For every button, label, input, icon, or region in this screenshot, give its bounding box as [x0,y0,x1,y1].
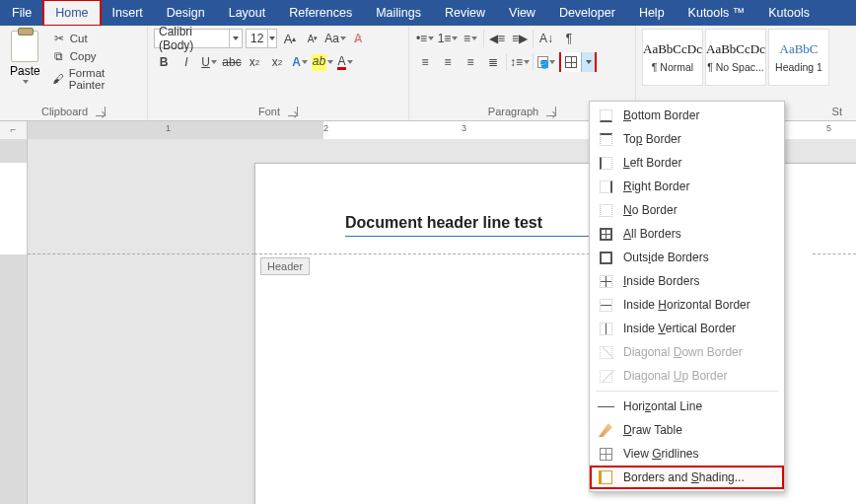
top-icon [598,131,613,147]
group-font: Calibri (Body) 12 A▴ A▾ Aa A̷ B I U abc … [148,26,409,120]
menu-item-no-border[interactable]: No Border [590,198,784,222]
bullets-button[interactable]: •≡ [415,29,435,48]
menu-item-right-border[interactable]: Right Border [590,175,784,198]
align-center-button[interactable]: ≡ [438,52,458,72]
group-label-clipboard: Clipboard [41,106,88,117]
menu-item-all-borders[interactable]: All Borders [590,222,784,246]
grow-font-button[interactable]: A▴ [280,29,300,48]
menu-item-draw-table[interactable]: Draw Table [590,418,784,442]
subscript-button[interactable]: x2 [245,52,264,72]
bold-button[interactable]: B [154,52,174,72]
superscript-button[interactable]: x2 [267,52,287,72]
font-size-combo[interactable]: 12 [246,29,277,48]
menu-item-label: Top Border [623,132,681,146]
menu-tab-developer[interactable]: Developer [547,0,627,26]
copy-icon: ⧉ [52,49,66,63]
show-marks-button[interactable]: ¶ [559,29,579,48]
document-header-underline [345,236,602,237]
shrink-font-button[interactable]: A▾ [303,29,322,48]
menu-item-label: Inside Horizontal Border [623,298,750,312]
borders-split-button[interactable] [559,52,597,72]
menu-item-top-border[interactable]: Top Border [590,127,784,151]
menu-item-borders-and-shading[interactable]: Borders and Shading... [590,466,784,489]
outside-icon [598,250,613,265]
group-label-font: Font [258,106,280,117]
paste-icon [11,31,38,62]
menu-tab-help[interactable]: Help [627,0,677,26]
cut-label: Cut [70,33,88,44]
paragraph-dialog-launcher[interactable] [546,107,556,116]
justify-button[interactable]: ≣ [483,52,503,72]
clipboard-dialog-launcher[interactable] [96,107,106,116]
menu-tab-file[interactable]: File [0,0,43,26]
menu-item-outside-borders[interactable]: Outside Borders [590,246,784,269]
header-separator [254,253,619,254]
underline-button[interactable]: U [199,52,219,72]
clear-formatting-button[interactable]: A̷ [348,29,368,48]
menu-tab-layout[interactable]: Layout [217,0,278,26]
menu-item-left-border[interactable]: Left Border [590,151,784,175]
menu-item-view-gridlines[interactable]: View Gridlines [590,442,784,466]
diag-d-icon [598,344,613,360]
menu-tab-view[interactable]: View [497,0,547,26]
bottom-icon [598,108,613,123]
sort-button[interactable]: A↓ [536,29,556,48]
line-spacing-button[interactable]: ↕≡ [510,52,530,72]
menu-tab-mailings[interactable]: Mailings [364,0,433,26]
paste-button[interactable]: Paste [6,29,44,86]
format-painter-icon: 🖌 [52,72,65,86]
text-effects-button[interactable]: A [290,52,310,72]
menu-tab-design[interactable]: Design [155,0,217,26]
bs-icon [598,469,613,485]
increase-indent-button[interactable]: ≡▶ [510,29,530,48]
menu-item-label: Horizontal Line [623,399,702,413]
inv-icon [598,321,613,336]
menu-item-label: All Borders [623,227,681,241]
font-dialog-launcher[interactable] [288,107,298,116]
draw-icon [598,422,613,438]
italic-button[interactable]: I [177,52,196,72]
style-normal[interactable]: AaBbCcDc¶ Normal [642,29,703,86]
menu-tab-home[interactable]: Home [43,0,100,26]
copy-button[interactable]: ⧉ Copy [50,48,141,64]
decrease-indent-button[interactable]: ◀≡ [487,29,507,48]
menu-item-label: View Gridlines [623,447,699,461]
menu-item-inside-vertical-border[interactable]: Inside Vertical Border [590,317,784,340]
menu-item-horizontal-line[interactable]: Horizontal Line [590,395,784,418]
change-case-button[interactable]: Aa [325,29,345,48]
menu-tab-review[interactable]: Review [433,0,497,26]
document-header-text[interactable]: Document header line test [345,214,542,232]
menu-tab-kutools[interactable]: Kutools ™ [677,0,757,26]
menu-bar: FileHomeInsertDesignLayoutReferencesMail… [0,0,856,26]
ruler-mark: 5 [826,123,831,133]
header-tag[interactable]: Header [260,257,310,275]
menu-item-label: Borders and Shading... [623,470,745,484]
menu-item-label: Left Border [623,156,681,170]
style-nospac[interactable]: AaBbCcDc¶ No Spac... [705,29,766,86]
highlight-button[interactable]: ab [313,52,332,72]
numbering-button[interactable]: 1≡ [438,29,458,48]
strikethrough-button[interactable]: abc [222,52,242,72]
menu-item-inside-borders[interactable]: Inside Borders [590,269,784,293]
ruler-corner: ⌐ [0,121,28,139]
menu-tab-kutools[interactable]: Kutools [756,0,821,26]
shading-button[interactable]: 🪣 [536,52,556,72]
borders-icon [561,52,581,72]
cut-button[interactable]: ✂ Cut [50,31,141,46]
font-size-value: 12 [247,32,267,45]
style-heading1[interactable]: AaBbCHeading 1 [768,29,829,86]
font-name-combo[interactable]: Calibri (Body) [154,29,243,48]
menu-tab-references[interactable]: References [277,0,364,26]
menu-item-inside-horizontal-border[interactable]: Inside Horizontal Border [590,293,784,317]
menu-item-bottom-border[interactable]: Bottom Border [590,104,784,127]
align-left-button[interactable]: ≡ [415,52,435,72]
header-separator [28,253,254,254]
menu-tab-insert[interactable]: Insert [101,0,155,26]
format-painter-button[interactable]: 🖌 Format Painter [50,66,141,92]
borders-dropdown-arrow[interactable] [581,52,595,72]
ruler-vertical[interactable] [0,139,28,504]
font-color-button[interactable]: A [335,52,355,72]
align-right-button[interactable]: ≡ [461,52,480,72]
multilevel-button[interactable]: ≡ [461,29,480,48]
menu-item-label: No Border [623,203,678,217]
